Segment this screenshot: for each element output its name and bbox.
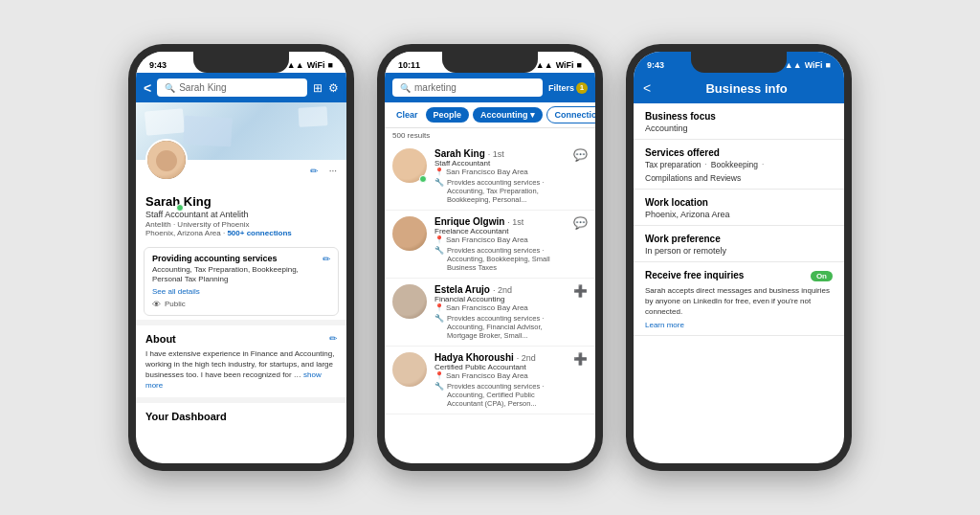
avatar xyxy=(145,139,188,181)
biz-services-label: Services offered xyxy=(645,147,833,158)
biz-title: Business info xyxy=(658,81,835,96)
location-pin-icon-1: 📍 xyxy=(434,235,444,244)
result-item-0[interactable]: Sarah King · 1st Staff Accountant 📍San F… xyxy=(385,143,595,211)
filters-button[interactable]: Filters 1 xyxy=(548,82,588,94)
result-job-3: Certified Public Accountant xyxy=(434,363,566,371)
accounting-filter-tab[interactable]: Accounting ▾ xyxy=(473,107,543,123)
result-avatar-3 xyxy=(392,352,427,387)
result-job-2: Financial Accounting xyxy=(434,295,566,303)
search-bar-2[interactable]: 🔍 marketing xyxy=(392,78,543,97)
result-avatar-0 xyxy=(392,148,427,183)
wifi-icon-3: WiFi xyxy=(805,60,823,70)
biz-services-row: Tax preparation · Bookkeeping · Compilat… xyxy=(645,160,833,183)
result-info-2: Estela Arujo · 2nd Financial Accounting … xyxy=(434,284,566,340)
clear-filter-tab[interactable]: Clear xyxy=(392,107,422,123)
learn-more-link[interactable]: Learn more xyxy=(645,321,833,329)
result-location-1: 📍San Francisco Bay Area xyxy=(434,235,566,244)
result-degree-2: · 2nd xyxy=(493,285,512,295)
biz-section-preference: Work preference In person or remotely xyxy=(634,226,844,262)
result-job-0: Staff Accountant xyxy=(434,159,566,168)
biz-header: < Business info xyxy=(634,73,844,103)
result-action-0: 💬 xyxy=(573,148,588,204)
biz-focus-value: Accounting xyxy=(645,123,833,133)
biz-back-button[interactable]: < xyxy=(643,80,651,96)
location-pin-icon-0: 📍 xyxy=(434,168,444,176)
time-1: 9:43 xyxy=(149,60,167,70)
phone-2: 10:11 ▲▲▲ WiFi ■ 🔍 marketing Filters 1 xyxy=(377,44,603,471)
result-job-1: Freelance Accountant xyxy=(434,227,566,235)
result-location-0: 📍San Francisco Bay Area xyxy=(434,168,566,176)
dashboard-title: Your Dashboard xyxy=(136,407,346,426)
result-services-1: 🔧 Provides accounting services · Account… xyxy=(434,246,566,272)
search-header-2: 🔍 marketing Filters 1 xyxy=(385,73,595,102)
phone-1-screen: 9:43 ▲▲▲ WiFi ■ < 🔍 Sarah King ⊞ ⚙ xyxy=(136,52,346,463)
biz-location-value: Phoenix, Arizona Area xyxy=(645,210,833,219)
time-3: 9:43 xyxy=(647,60,664,70)
biz-section-focus: Business focus Accounting xyxy=(634,103,844,140)
people-filter-tab[interactable]: People xyxy=(426,107,470,123)
public-label: Public xyxy=(165,300,186,308)
result-location-2: 📍San Francisco Bay Area xyxy=(434,303,566,312)
result-name-1: Enrique Olgwin xyxy=(434,216,504,227)
result-degree-0: · 1st xyxy=(488,149,504,159)
edit-profile-icon[interactable]: ✏ xyxy=(310,166,318,176)
providing-title: Providing accounting services xyxy=(152,254,330,263)
result-item-2[interactable]: Estela Arujo · 2nd Financial Accounting … xyxy=(385,279,595,347)
back-button-1[interactable]: < xyxy=(144,80,151,96)
about-section-header: About ✏ xyxy=(136,329,346,347)
phone-notch-1 xyxy=(193,52,289,73)
online-status-dot xyxy=(176,204,184,212)
result-avatar-2 xyxy=(392,284,427,319)
result-services-3: 🔧 Provides accounting services · Account… xyxy=(434,382,566,408)
result-item-1[interactable]: Enrique Olgwin · 1st Freelance Accountan… xyxy=(385,211,595,279)
see-all-link[interactable]: See all details xyxy=(152,287,330,296)
biz-section-location: Work location Phoenix, Arizona Area xyxy=(634,190,844,226)
qr-icon-1[interactable]: ⊞ xyxy=(313,81,323,95)
connections-filter-tab[interactable]: Connections xyxy=(546,106,595,123)
result-services-2: 🔧 Provides accounting services · Account… xyxy=(434,314,566,340)
biz-inquiries-desc: Sarah accepts direct messages and busine… xyxy=(645,285,833,318)
profile-name: Sarah King xyxy=(145,194,337,209)
providing-text: Accounting, Tax Preparation, Bookkeeping… xyxy=(152,265,330,285)
battery-icon-1: ■ xyxy=(328,60,333,70)
services-icon-1: 🔧 xyxy=(434,246,444,255)
about-edit-icon[interactable]: ✏ xyxy=(329,333,337,344)
wifi-icon-1: WiFi xyxy=(307,60,325,70)
wifi-icon-2: WiFi xyxy=(556,60,574,70)
search-bar-1[interactable]: 🔍 Sarah King xyxy=(157,78,307,97)
search-icon-1: 🔍 xyxy=(165,83,175,93)
service-bookkeeping: Bookkeeping xyxy=(711,160,758,169)
profile-company: Antelith · University of Phoenix xyxy=(145,220,337,229)
filter-tabs: Clear People Accounting ▾ Connections xyxy=(385,102,595,128)
connect-icon-3[interactable]: ➕ xyxy=(573,352,588,366)
receive-row: Receive free inquiries On xyxy=(645,270,833,282)
avatar-image xyxy=(147,141,186,179)
phone-notch-3 xyxy=(691,52,787,73)
result-location-3: 📍San Francisco Bay Area xyxy=(434,371,566,380)
header-icons-1: ⊞ ⚙ xyxy=(313,81,339,95)
online-dot-0 xyxy=(419,175,427,183)
phone-3: 9:43 ▲▲▲ WiFi ■ < Business info Business… xyxy=(626,44,852,471)
providing-card: Providing accounting services ✏ Accounti… xyxy=(144,247,339,316)
search-icon-2: 🔍 xyxy=(400,83,411,93)
message-icon-1[interactable]: 💬 xyxy=(573,216,588,230)
result-item-3[interactable]: Hadya Khoroushi · 2nd Certified Public A… xyxy=(385,347,595,414)
time-2: 10:11 xyxy=(398,60,420,70)
result-name-2: Estela Arujo xyxy=(434,284,490,295)
message-icon-0[interactable]: 💬 xyxy=(573,148,588,162)
connect-icon-2[interactable]: ➕ xyxy=(573,284,588,298)
more-options-icon[interactable]: ··· xyxy=(329,166,337,176)
biz-location-label: Work location xyxy=(645,197,833,208)
connections-link[interactable]: 500+ connections xyxy=(227,229,291,237)
biz-focus-label: Business focus xyxy=(645,111,833,122)
biz-inquiries-label: Receive free inquiries xyxy=(645,270,744,280)
search-value-1: Sarah King xyxy=(179,82,226,93)
settings-icon-1[interactable]: ⚙ xyxy=(328,81,339,95)
services-icon-3: 🔧 xyxy=(434,382,444,391)
providing-edit-icon[interactable]: ✏ xyxy=(323,254,330,264)
service-compilations: Compilations and Reviews xyxy=(645,173,741,183)
eye-icon: 👁 xyxy=(152,300,161,309)
biz-section-inquiries: Receive free inquiries On Sarah accepts … xyxy=(634,262,844,336)
li-header-1: < 🔍 Sarah King ⊞ ⚙ xyxy=(136,73,346,102)
result-degree-1: · 1st xyxy=(507,217,523,227)
